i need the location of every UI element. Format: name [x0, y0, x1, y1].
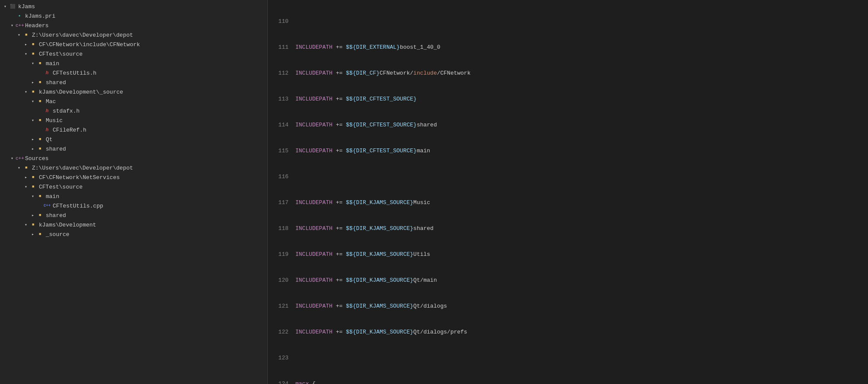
tree-item-cftest-source2[interactable]: CFTest\source [0, 182, 267, 192]
cfcfnetwork-icon [29, 41, 37, 48]
tree-item-main2[interactable]: main [0, 192, 267, 201]
sources-icon: c++ [16, 155, 23, 162]
code-content[interactable]: 110 111 INCLUDEPATH += $${DIR_EXTERNAL}b… [268, 0, 868, 384]
kJams-arrow[interactable] [2, 4, 9, 9]
file-tree-panel[interactable]: kJams kJams.pri c++ Headers Z:\Users\dav… [0, 0, 268, 384]
kjamsdev-source-arrow[interactable] [22, 89, 29, 94]
tree-item-source2[interactable]: _source [0, 230, 267, 239]
line-number-112: 112 [275, 69, 295, 78]
shared1-label: shared [46, 79, 66, 86]
tree-item-music1[interactable]: Music [0, 116, 267, 125]
line-number-118: 118 [275, 224, 295, 233]
cftestutils-h-label: CFTestUtils.h [53, 70, 96, 76]
line-number-121: 121 [275, 302, 295, 311]
kjamsdev2-icon [29, 221, 37, 228]
code-line-114: 114 INCLUDEPATH += $${DIR_CFTEST_SOURCE}… [275, 121, 868, 129]
main1-label: main [46, 60, 59, 67]
tree-item-qt1[interactable]: Qt [0, 135, 267, 144]
code-line-122: 122 INCLUDEPATH += $${DIR_KJAMS_SOURCE}Q… [275, 328, 868, 337]
line-code-117: INCLUDEPATH += $${DIR_KJAMS_SOURCE}Music [295, 198, 430, 207]
music1-arrow[interactable] [29, 118, 36, 123]
cfcfnetwork-net-arrow[interactable] [22, 175, 29, 180]
depot2-arrow[interactable] [16, 165, 22, 170]
tree-item-kJams-pri[interactable]: kJams.pri [0, 11, 267, 21]
tree-item-sources[interactable]: c++ Sources [0, 154, 267, 163]
tree-item-cfcfnetwork[interactable]: CF\CFNetwork\include\CFNetwork [0, 40, 267, 49]
code-line-112: 112 INCLUDEPATH += $${DIR_CF}CFNetwork/i… [275, 69, 868, 78]
cfcfnetwork-arrow[interactable] [22, 42, 29, 47]
code-editor-panel: 110 111 INCLUDEPATH += $${DIR_EXTERNAL}b… [268, 0, 868, 384]
kjamsdev2-arrow[interactable] [22, 222, 29, 227]
tree-item-cfcfnetwork-net[interactable]: CF\CFNetwork\NetServices [0, 173, 267, 182]
code-line-119: 119 INCLUDEPATH += $${DIR_KJAMS_SOURCE}U… [275, 250, 868, 259]
cftest-source-arrow[interactable] [22, 51, 29, 57]
line-number-120: 120 [275, 276, 295, 285]
shared1-arrow[interactable] [29, 80, 36, 85]
tree-item-depot2[interactable]: Z:\Users\davec\Developer\depot [0, 163, 267, 173]
line-code-113: INCLUDEPATH += $${DIR_CFTEST_SOURCE} [295, 95, 417, 104]
tree-item-shared3[interactable]: shared [0, 211, 267, 220]
headers-arrow[interactable] [9, 23, 16, 28]
depot1-label: Z:\Users\davec\Developer\depot [32, 32, 133, 38]
cftest-source2-arrow[interactable] [22, 184, 29, 189]
sources-label: Sources [25, 155, 49, 162]
tree-item-depot1[interactable]: Z:\Users\davec\Developer\depot [0, 30, 267, 40]
tree-item-mac1[interactable]: Mac [0, 97, 267, 106]
code-line-124: 124 macx { [275, 380, 868, 384]
stdafx-h-label: stdafx.h [53, 108, 79, 114]
code-line-123: 123 [275, 354, 868, 362]
headers-icon: c++ [16, 22, 23, 29]
cfileref-h-icon [43, 126, 51, 133]
kjamsdev-source-label: kJams\Development\_source [39, 89, 123, 95]
tree-item-shared2[interactable]: shared [0, 144, 267, 154]
cftest-source-icon [29, 50, 37, 57]
main1-arrow[interactable] [29, 61, 36, 66]
line-number-123: 123 [275, 354, 295, 362]
depot1-arrow[interactable] [16, 32, 22, 38]
line-code-121: INCLUDEPATH += $${DIR_KJAMS_SOURCE}Qt/di… [295, 302, 447, 311]
shared2-label: shared [46, 146, 66, 152]
cftest-source2-icon [29, 183, 37, 190]
tree-item-cfileref-h[interactable]: CFileRef.h [0, 125, 267, 135]
cfcfnetwork-label: CF\CFNetwork\include\CFNetwork [39, 41, 140, 48]
code-line-120: 120 INCLUDEPATH += $${DIR_KJAMS_SOURCE}Q… [275, 276, 868, 285]
tree-item-cftestutils-h[interactable]: CFTestUtils.h [0, 68, 267, 78]
code-line-110: 110 [275, 17, 868, 26]
line-code-118: INCLUDEPATH += $${DIR_KJAMS_SOURCE}share… [295, 224, 434, 233]
line-number-111: 111 [275, 43, 295, 52]
mac1-arrow[interactable] [29, 99, 36, 104]
tree-item-kJams[interactable]: kJams [0, 2, 267, 11]
tree-item-shared1[interactable]: shared [0, 78, 267, 87]
code-line-113: 113 INCLUDEPATH += $${DIR_CFTEST_SOURCE} [275, 95, 868, 104]
kJams-icon [9, 3, 16, 10]
qt1-label: Qt [46, 136, 53, 143]
pri-icon [16, 13, 23, 19]
tree-item-kjamsdev-source[interactable]: kJams\Development\_source [0, 87, 267, 97]
line-code-112: INCLUDEPATH += $${DIR_CF}CFNetwork/inclu… [295, 69, 471, 78]
headers-label: Headers [25, 22, 49, 29]
main2-icon [36, 193, 44, 200]
tree-item-cftestutils-cpp[interactable]: CFTestUtils.cpp [0, 201, 267, 211]
source2-arrow[interactable] [29, 232, 36, 237]
tree-item-headers[interactable]: c++ Headers [0, 21, 267, 30]
shared3-arrow[interactable] [29, 213, 36, 218]
depot2-label: Z:\Users\davec\Developer\depot [32, 165, 133, 171]
kjamsdev2-label: kJams\Development [39, 222, 96, 228]
tree-item-stdafx-h[interactable]: stdafx.h [0, 106, 267, 116]
line-code-120: INCLUDEPATH += $${DIR_KJAMS_SOURCE}Qt/ma… [295, 276, 437, 285]
line-code-122: INCLUDEPATH += $${DIR_KJAMS_SOURCE}Qt/di… [295, 328, 467, 337]
qt1-icon [36, 136, 44, 143]
main2-arrow[interactable] [29, 194, 36, 199]
tree-item-cftest-source[interactable]: CFTest\source [0, 49, 267, 59]
cftestutils-cpp-label: CFTestUtils.cpp [53, 203, 103, 209]
tree-item-kjamsdev2[interactable]: kJams\Development [0, 220, 267, 230]
code-line-117: 117 INCLUDEPATH += $${DIR_KJAMS_SOURCE}M… [275, 198, 868, 207]
mac1-icon [36, 98, 44, 105]
tree-item-main1[interactable]: main [0, 59, 267, 68]
shared2-arrow[interactable] [29, 146, 36, 151]
shared3-icon [36, 212, 44, 219]
line-number-116: 116 [275, 173, 295, 181]
line-code-115: INCLUDEPATH += $${DIR_CFTEST_SOURCE}main [295, 147, 430, 155]
qt1-arrow[interactable] [29, 137, 36, 142]
sources-arrow[interactable] [9, 156, 16, 161]
